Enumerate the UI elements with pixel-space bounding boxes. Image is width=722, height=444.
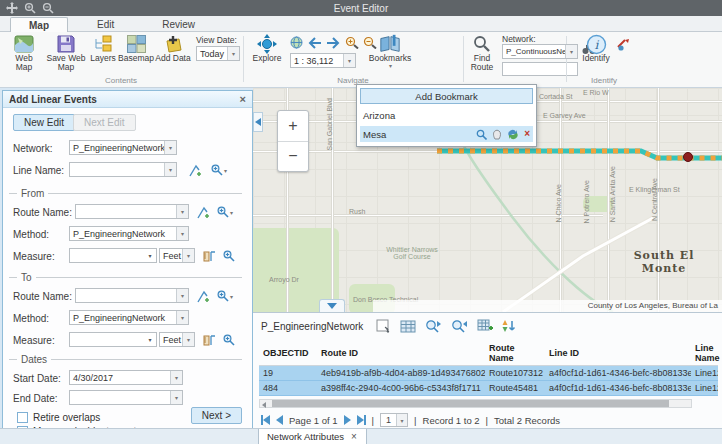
scrollbar-thumb[interactable] (272, 400, 669, 407)
zoom-options-icon[interactable]: ▾ (217, 288, 233, 304)
col-header-line-name[interactable]: Line Name (691, 341, 718, 366)
from-route-name-select[interactable]: ▾ (75, 204, 189, 219)
bookmark-item-mesa[interactable]: Mesa × (360, 126, 533, 142)
explore-button[interactable]: Explore (250, 34, 284, 63)
select-records-icon[interactable] (376, 319, 391, 333)
basemap-button[interactable]: Basemap (119, 34, 153, 63)
map-zoom-out-button[interactable]: − (278, 142, 308, 172)
panel-header: Add Linear Events × (3, 91, 252, 108)
identify-option-icon[interactable] (617, 38, 631, 51)
map-street-label: E Garvey Ave (543, 112, 586, 119)
close-tab-icon[interactable]: × (350, 430, 358, 443)
zoom-to-selection-icon[interactable] (425, 319, 442, 333)
tab-review[interactable]: Review (143, 16, 214, 31)
pan-to-selection-icon[interactable] (451, 319, 468, 333)
from-measure-input[interactable]: ▾ (69, 248, 157, 263)
map-zoom-control: + − (277, 110, 309, 172)
measure-ruler-icon[interactable] (201, 248, 217, 264)
table-toolbar: P_EngineeringNetwork (253, 313, 722, 339)
sort-icon[interactable] (502, 319, 517, 333)
pan-to-bookmark-icon[interactable] (492, 129, 502, 140)
line-name-select[interactable]: ▾ (69, 162, 177, 177)
ribbon-group-identify: i Identify Identify (567, 32, 641, 86)
update-bookmark-icon[interactable] (507, 129, 519, 140)
to-method-select[interactable]: P_EngineeringNetwork ▾ (69, 310, 189, 325)
zoom-to-measure-icon[interactable] (221, 332, 237, 348)
zoom-to-bookmark-icon[interactable] (476, 129, 487, 140)
chevron-down-icon (327, 303, 337, 309)
map-street-label: N Chico Ave (555, 184, 562, 222)
map-street-label: San Gabriel Blvd (326, 98, 333, 151)
layers-button[interactable]: Layers (88, 34, 118, 63)
find-route-button[interactable]: Find Route (466, 34, 498, 73)
titlebar: Event Editor (0, 0, 722, 16)
zoom-to-measure-icon[interactable] (221, 248, 237, 264)
table-row[interactable]: 484 a398ff4c-2940-4c00-96b6-c5343f8f1711… (259, 381, 718, 396)
network-select[interactable]: P_ContinuousNetwork ▾ (502, 44, 578, 59)
view-date-select[interactable]: Today ▾ (196, 46, 240, 61)
col-header-objectid[interactable]: OBJECTID (259, 341, 317, 366)
next-edit-button[interactable]: Next Edit (73, 114, 136, 131)
next-button[interactable]: Next > (191, 407, 242, 424)
select-route-on-map-icon[interactable] (195, 288, 211, 304)
close-icon[interactable]: × (240, 93, 246, 105)
col-header-route-name[interactable]: Route Name (485, 341, 545, 366)
select-line-on-map-icon[interactable] (187, 162, 203, 178)
to-measure-unit-select[interactable]: Feet ▾ (159, 332, 195, 347)
map-street-label: Rush (349, 208, 365, 215)
next-page-button[interactable] (344, 415, 351, 425)
identify-button[interactable]: i Identify (579, 34, 613, 63)
col-header-line-id[interactable]: Line ID (545, 341, 691, 366)
bookmarks-button[interactable]: Bookmarks ▾ (366, 34, 414, 70)
tab-map[interactable]: Map (10, 17, 68, 32)
chevron-down-icon: ▾ (164, 163, 176, 176)
collapse-left-panel-button[interactable] (253, 112, 263, 132)
previous-extent-icon[interactable] (307, 37, 322, 49)
attribute-set-icon[interactable] (477, 319, 493, 333)
collapse-bottom-panel-button[interactable] (319, 299, 345, 312)
zoom-options-icon[interactable]: ▾ (211, 162, 227, 178)
page-number-select[interactable]: 1 ▾ (380, 413, 408, 427)
bottom-tab-bar: Network Attributes × (0, 428, 722, 444)
zoom-options-icon[interactable]: ▾ (217, 204, 233, 220)
last-page-button[interactable] (357, 415, 366, 425)
add-data-icon (162, 34, 184, 54)
table-row[interactable]: 19 4eb9419b-af9b-4d04-ab89-1d493476802b … (259, 366, 718, 381)
col-header-route-id[interactable]: Route ID (317, 341, 485, 366)
first-page-button[interactable] (261, 415, 270, 425)
measure-ruler-icon[interactable] (201, 332, 217, 348)
globe-icon[interactable] (290, 36, 303, 49)
next-extent-icon[interactable] (326, 37, 341, 49)
retire-overlaps-checkbox[interactable] (17, 412, 28, 423)
map-attribution: County of Los Angeles, Bureau of La (373, 300, 722, 312)
web-map-button[interactable]: Web Map (6, 34, 42, 73)
from-measure-unit-select[interactable]: Feet ▾ (159, 248, 195, 263)
scroll-left-icon[interactable] (262, 402, 266, 408)
bookmark-item-arizona[interactable]: Arizona (360, 107, 533, 123)
delete-bookmark-icon[interactable]: × (524, 129, 530, 139)
attribute-table: OBJECTID Route ID Route Name Line ID Lin… (259, 341, 718, 396)
previous-page-button[interactable] (276, 415, 283, 425)
horizontal-scrollbar[interactable] (259, 399, 692, 408)
map-street-label: N Santa Anita Ave (609, 166, 616, 222)
group-label-contents: Contents (0, 76, 242, 85)
panel-network-select[interactable]: P_EngineeringNetwork ▾ (69, 140, 177, 155)
end-date-input[interactable]: ▾ (69, 390, 183, 405)
ribbon-group-navigate: Explore 1 : 36,112 ▾ Bookmarks ▾ Naviga (244, 32, 462, 86)
start-date-input[interactable]: 4/30/2017 ▾ (69, 370, 183, 385)
to-measure-input[interactable]: ▾ (69, 332, 157, 347)
to-route-name-select[interactable]: ▾ (75, 288, 189, 303)
select-route-on-map-icon[interactable] (195, 204, 211, 220)
save-web-map-button[interactable]: Save Web Map (46, 34, 86, 73)
map-zoom-in-button[interactable]: + (278, 111, 308, 142)
tab-edit[interactable]: Edit (78, 16, 133, 31)
network-attributes-tab[interactable]: Network Attributes × (258, 429, 367, 444)
new-edit-button[interactable]: New Edit (13, 114, 75, 131)
table-options-icon[interactable] (400, 320, 416, 333)
map-scale-combo[interactable]: 1 : 36,112 ▾ (290, 53, 356, 68)
add-bookmark-button[interactable]: Add Bookmark (360, 88, 533, 104)
add-data-button[interactable]: Add Data (155, 34, 191, 63)
from-measure-label: Measure: (13, 251, 55, 262)
from-method-select[interactable]: P_EngineeringNetwork ▾ (69, 226, 189, 241)
zoom-in-icon[interactable] (345, 36, 359, 49)
